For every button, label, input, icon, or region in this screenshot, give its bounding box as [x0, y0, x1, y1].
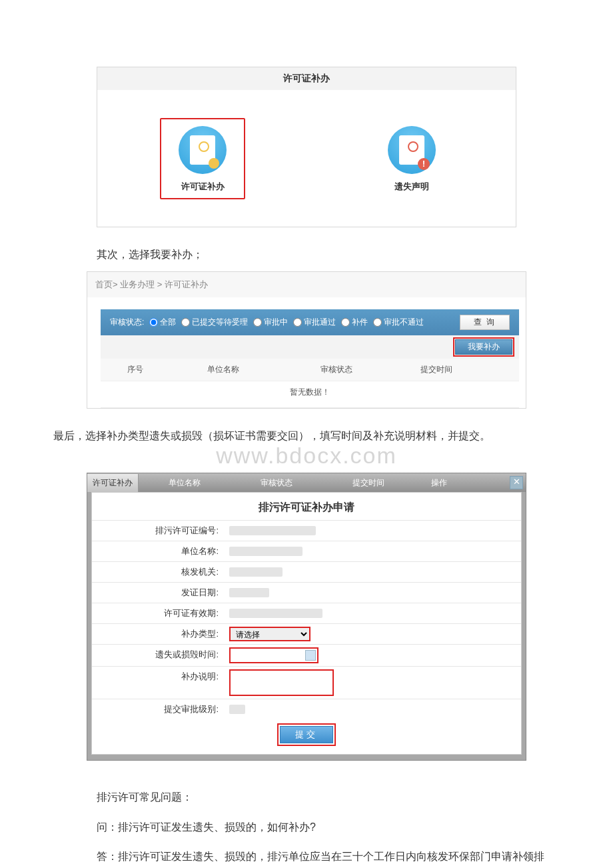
reissue-option-panel: 许可证补办 许可证补办 遗失声明	[97, 67, 516, 227]
label-lost-time: 遗失或损毁时间:	[92, 645, 224, 666]
table-nodata: 暂无数据！	[101, 381, 519, 408]
faq-section: 排污许可常见问题： 问：排污许可证发生遗失、损毁的，如何补办? 答：排污许可证发…	[97, 787, 553, 868]
filter-label: 审核状态:	[110, 317, 144, 328]
label-issue-date: 发证日期:	[92, 583, 224, 603]
faq-answer: 答：排污许可证发生遗失、损毁的，排污单位应当在三十个工作日内向核发环保部门申请补…	[97, 847, 553, 868]
option-reissue-permit[interactable]: 许可证补办	[160, 118, 245, 199]
filter-radio-reviewing[interactable]	[253, 318, 262, 327]
filter-radio-all[interactable]	[149, 318, 158, 327]
option-label: 遗失声明	[388, 181, 436, 193]
value-issuer	[224, 562, 521, 582]
dialog-col: 单位名称	[139, 477, 231, 489]
filter-bar: 审核状态: 全部 已提交等待受理 审批中 审批通过 补件 审批不通过 查 询	[101, 309, 519, 335]
reissue-button[interactable]: 我要补办	[455, 339, 512, 355]
reissue-type-select[interactable]: 请选择	[229, 627, 310, 641]
submit-button[interactable]: 提交	[280, 726, 333, 743]
faq-heading: 排污许可常见问题：	[97, 787, 553, 807]
dialog-col: 审核状态	[231, 477, 322, 489]
reissue-note-textarea[interactable]	[229, 669, 334, 696]
filter-item: 审批通过	[304, 317, 336, 328]
reissue-form-dialog: 许可证补办 单位名称 审核状态 提交时间 操作 ✕ 排污许可证补办申请 排污许可…	[87, 473, 526, 761]
step2-text: 其次，选择我要补办；	[97, 246, 526, 263]
dialog-col: 提交时间	[322, 477, 414, 489]
filter-item: 全部	[160, 317, 176, 328]
filter-radio-submitted[interactable]	[181, 318, 190, 327]
filter-item: 已提交等待受理	[192, 317, 248, 328]
table-col: 单位名称	[207, 364, 320, 375]
label-level: 提交审批级别:	[92, 699, 224, 719]
table-header: 序号 单位名称 审核状态 提交时间	[101, 359, 519, 381]
label-permit-no: 排污许可证编号:	[92, 521, 224, 541]
watermark: www.bdocx.com	[0, 443, 613, 469]
label-type: 补办类型:	[92, 624, 224, 644]
step3-text: 最后，选择补办类型遗失或损毁（损坏证书需要交回），填写时间及补充说明材料，并提交…	[53, 427, 553, 445]
filter-radio-rejected[interactable]	[373, 318, 382, 327]
reissue-list-panel: 首页> 业务办理 > 许可证补办 审核状态: 全部 已提交等待受理 审批中 审批…	[87, 271, 526, 409]
value-issue-date	[224, 583, 521, 603]
label-valid: 许可证有效期:	[92, 603, 224, 623]
label-issuer: 核发机关:	[92, 562, 224, 582]
label-note: 补办说明:	[92, 667, 224, 699]
breadcrumb: 首页> 业务办理 > 许可证补办	[87, 272, 526, 297]
table-col: 审核状态	[320, 364, 420, 375]
calendar-icon[interactable]	[305, 650, 316, 661]
dialog-tab[interactable]: 许可证补办	[87, 474, 139, 492]
loss-statement-icon	[388, 126, 436, 174]
filter-item: 审批不通过	[384, 317, 424, 328]
filter-radio-supplement[interactable]	[341, 318, 350, 327]
query-button[interactable]: 查 询	[460, 315, 510, 330]
table-col: 提交时间	[420, 364, 514, 375]
option-label: 许可证补办	[179, 181, 227, 193]
label-unit: 单位名称:	[92, 541, 224, 561]
value-valid	[224, 603, 521, 623]
option-loss-statement[interactable]: 遗失声明	[370, 119, 453, 198]
value-permit-no	[224, 521, 521, 541]
dialog-col: 操作	[414, 477, 464, 489]
close-icon[interactable]: ✕	[510, 476, 523, 489]
filter-radio-passed[interactable]	[293, 318, 302, 327]
panel-title: 许可证补办	[97, 67, 516, 90]
faq-question: 问：排污许可证发生遗失、损毁的，如何补办?	[97, 817, 553, 837]
value-level	[224, 699, 521, 719]
filter-item: 补件	[352, 317, 368, 328]
filter-item: 审批中	[264, 317, 288, 328]
form-title: 排污许可证补办申请	[92, 493, 521, 520]
table-col: 序号	[101, 364, 207, 375]
certificate-reissue-icon	[179, 126, 227, 174]
value-unit	[224, 541, 521, 561]
